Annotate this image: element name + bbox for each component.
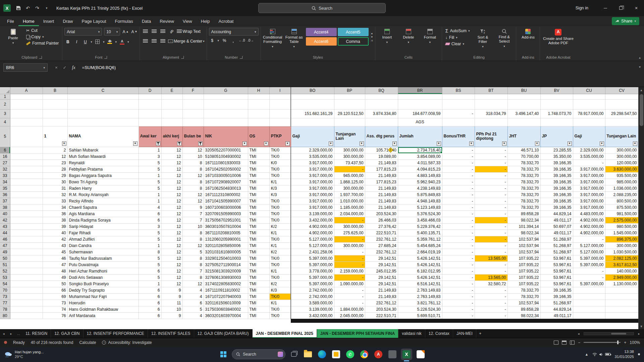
cell-G37[interactable]: 1671041505990007 xyxy=(204,198,248,204)
filter-button-BU[interactable]: ▾ xyxy=(535,141,539,146)
cell-BS4[interactable] xyxy=(442,118,475,126)
cell-BO50[interactable]: 5.397.000,00 xyxy=(291,255,334,261)
cell-I77[interactable]: K/1 xyxy=(269,300,291,306)
cell-C50[interactable]: Taufiq Nur Badrussalam xyxy=(67,255,139,261)
row-header-1[interactable]: 1 xyxy=(0,94,10,99)
cell-F36[interactable]: 12 xyxy=(182,191,204,198)
cell-D54[interactable]: 1 xyxy=(139,281,161,287)
cell-G3[interactable] xyxy=(204,109,248,118)
start-button[interactable] xyxy=(218,349,229,360)
cell-BR16[interactable]: 3.854.089,00 xyxy=(398,153,442,160)
cell-C4[interactable] xyxy=(67,118,139,126)
horizontal-scroll-thumb[interactable] xyxy=(611,333,626,335)
cell-G40[interactable]: 3207091505990003 xyxy=(204,210,248,217)
filter-button-B[interactable]: ▾ xyxy=(62,141,66,146)
cell-B40[interactable]: 36 xyxy=(43,210,67,217)
cell-G80[interactable]: 3603201603970004 xyxy=(204,312,248,319)
cell-C46[interactable]: Ahmad Zulfikri xyxy=(67,236,139,242)
cell-BS27[interactable]: - xyxy=(442,160,475,166)
row-header-32[interactable]: 32 xyxy=(0,166,10,172)
cell-BO46[interactable]: 5.127.000,00 xyxy=(291,236,334,242)
cell-BR1[interactable] xyxy=(398,94,442,99)
header-cell-A[interactable] xyxy=(10,126,43,147)
cell-BV40[interactable]: 44.829,14 xyxy=(540,210,573,217)
cell-D33[interactable]: 1 xyxy=(139,172,161,179)
cell-BQ3[interactable]: 3.874.334,80 xyxy=(365,109,398,118)
sheet-tab-12-insentif-sales[interactable]: 12. INSENTIF SALES xyxy=(148,329,194,338)
header-cell-H[interactable]: OS▾ xyxy=(248,126,269,147)
cell-BT77[interactable]: - xyxy=(475,300,507,306)
macro-record-icon[interactable] xyxy=(4,341,7,344)
cell-BU2[interactable] xyxy=(507,99,540,109)
filter-button-CV[interactable]: ▾ xyxy=(633,141,637,146)
cell-I73[interactable]: TK/0 xyxy=(269,293,291,300)
cell-F6[interactable]: 12 xyxy=(182,147,204,153)
cell-CU3[interactable]: 78.917.000,00 xyxy=(573,109,605,118)
cell-D51[interactable]: 5 xyxy=(139,261,161,268)
cell-G33[interactable]: 1671033005010006 xyxy=(204,172,248,179)
filter-button-C[interactable]: ▾ xyxy=(133,141,138,146)
cell-BR78[interactable]: 5.226.524,30 xyxy=(398,306,442,312)
cell-BQ33[interactable]: 21.149,83 xyxy=(365,172,398,179)
cell-BP2[interactable] xyxy=(334,99,365,109)
ribbon-tab-home[interactable]: Home xyxy=(18,16,39,26)
cell-BR51[interactable]: 5.426.142,51 xyxy=(398,261,442,268)
cell-G77[interactable]: 3201161506010009 xyxy=(204,300,248,306)
cell-BS53[interactable]: - xyxy=(442,274,475,281)
cell-F3[interactable] xyxy=(182,109,204,118)
cell-CV46[interactable]: 896.375,00 xyxy=(605,236,638,242)
merge-center-button[interactable]: ↔Merge & Center▾ xyxy=(168,38,204,45)
undo-button[interactable]: ↶ xyxy=(23,4,32,12)
cell-BQ80[interactable]: 222.510,71 xyxy=(365,312,398,319)
cell-A35[interactable] xyxy=(10,185,43,191)
cell-BR43[interactable]: 5.229.376,42 xyxy=(398,223,442,230)
cell-BS80[interactable]: - xyxy=(442,312,475,319)
cell-C42[interactable]: Dinda Radigma Soraya xyxy=(67,217,139,223)
cell-BQ32[interactable]: 177.815,23 xyxy=(365,166,398,172)
cell-CV52[interactable]: 140.000,00 xyxy=(605,268,638,274)
cell-C44[interactable]: Fajar Rihadi xyxy=(67,230,139,236)
cell-E78[interactable]: 10 xyxy=(161,306,182,312)
cell-BQ77[interactable]: 232.761,12 xyxy=(365,300,398,306)
cell-CU1[interactable] xyxy=(573,94,605,99)
cell-BP43[interactable]: 300.000,00 xyxy=(334,223,365,230)
cell-D52[interactable]: 6 xyxy=(139,268,161,274)
cell-BP27[interactable]: 73.437,50 xyxy=(334,160,365,166)
cell-BO49[interactable]: 2.431.258,06 xyxy=(291,249,334,255)
cell-BT37[interactable]: - xyxy=(475,198,507,204)
sheet-tab-12-gaji-cbn[interactable]: 12. GAJI CBN xyxy=(51,329,83,338)
cell-BO70[interactable]: 2.742.000,00 xyxy=(291,287,334,293)
cell-BP37[interactable]: 1.010.000,00 xyxy=(334,198,365,204)
cell-CU50[interactable]: 5.397.000,00 xyxy=(573,255,605,261)
cell-BR37[interactable]: 4.948.149,83 xyxy=(398,198,442,204)
select-all-button[interactable] xyxy=(0,87,10,94)
cell-BP46[interactable]: - xyxy=(334,236,365,242)
taskbar-icon-app-1[interactable] xyxy=(330,349,342,360)
cell-BV73[interactable]: 39.166,35 xyxy=(540,293,573,300)
cell-BT4[interactable] xyxy=(475,118,507,126)
cell-H6[interactable]: TMI xyxy=(248,147,269,153)
sheet-tab-12-coretax[interactable]: 12. Coretax xyxy=(425,329,453,338)
cell-D2[interactable] xyxy=(139,99,161,109)
cell-CU54[interactable]: 5.397.000,00 xyxy=(573,281,605,287)
cell-A38[interactable] xyxy=(10,204,43,210)
cell-BU6[interactable]: 46.571,10 xyxy=(507,147,540,153)
weather-widget[interactable]: Hari hujan yang... 29°C xyxy=(4,350,81,359)
cell-BP80[interactable]: 2.045.000,00 xyxy=(334,312,365,319)
cell-F1[interactable] xyxy=(182,94,204,99)
cell-BQ50[interactable]: 29.142,51 xyxy=(365,255,398,261)
cell-BR80[interactable]: 5.699.510,71 xyxy=(398,312,442,319)
cell-CV3[interactable]: 29.298.547,50 xyxy=(605,109,638,118)
cell-BP54[interactable]: 1.090.000,00 xyxy=(334,281,365,287)
cell-BT50[interactable]: 13.565,00 xyxy=(475,255,507,261)
cell-H37[interactable]: TMI xyxy=(248,198,269,204)
cell-G6[interactable]: 3205052207000001 xyxy=(204,147,248,153)
cell-BS51[interactable]: - xyxy=(442,261,475,268)
cell-C53[interactable]: Dodi Aris Setiawan xyxy=(67,274,139,281)
hidden-icons-button[interactable]: ▲ xyxy=(585,352,589,356)
cell-BT42[interactable]: - xyxy=(475,217,507,223)
cell-BQ47[interactable]: 27.685,24 xyxy=(365,242,398,249)
cell-G54[interactable]: 3174022805830002 xyxy=(204,281,248,287)
cell-BR42[interactable]: 3.458.466,03 xyxy=(398,217,442,223)
cell-I43[interactable]: K/2 xyxy=(269,223,291,230)
